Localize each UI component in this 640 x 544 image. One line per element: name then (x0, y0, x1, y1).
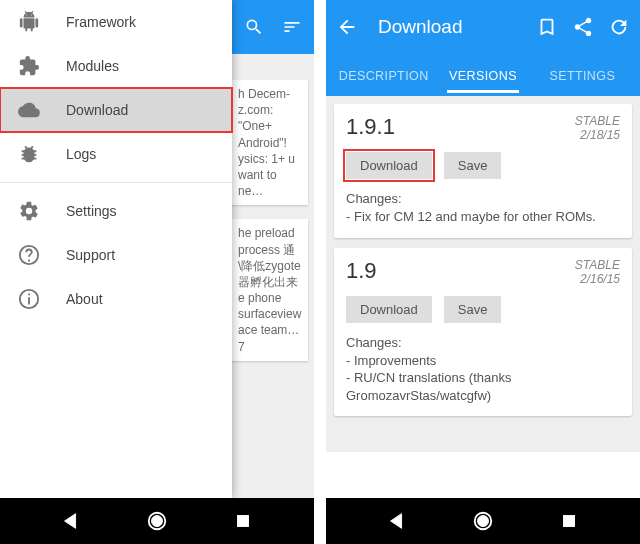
save-button[interactable]: Save (444, 296, 502, 323)
nav-recent-icon[interactable] (232, 510, 254, 532)
sidebar-item-support[interactable]: Support (0, 233, 232, 277)
back-arrow-icon[interactable] (336, 16, 358, 38)
android-icon (18, 11, 40, 33)
share-icon[interactable] (572, 16, 594, 38)
sidebar-item-framework[interactable]: Framework (0, 0, 232, 44)
sidebar-item-label: Logs (66, 146, 96, 162)
android-navbar (0, 498, 314, 544)
sort-icon[interactable] (282, 17, 302, 37)
bug-icon (18, 143, 40, 165)
release-date: 2/16/15 (575, 272, 620, 286)
version-card: 1.9 STABLE 2/16/15 Download Save Changes… (334, 248, 632, 417)
svg-rect-2 (238, 516, 249, 527)
cloud-icon (18, 99, 40, 121)
changes-heading: Changes: (346, 191, 620, 206)
sidebar-item-label: Framework (66, 14, 136, 30)
refresh-icon[interactable] (608, 16, 630, 38)
search-icon[interactable] (244, 17, 264, 37)
tab-description[interactable]: DESCRIPTION (334, 57, 433, 93)
puzzle-icon (18, 55, 40, 77)
version-card: 1.9.1 STABLE 2/18/15 Download Save Chang… (334, 104, 632, 238)
download-button[interactable]: Download (346, 152, 432, 179)
gear-icon (18, 200, 40, 222)
channel-label: STABLE (575, 114, 620, 128)
channel-label: STABLE (575, 258, 620, 272)
tab-settings[interactable]: SETTINGS (533, 57, 632, 93)
download-button[interactable]: Download (346, 296, 432, 323)
info-icon (18, 288, 40, 310)
tab-versions[interactable]: VERSIONS (433, 57, 532, 93)
svg-rect-5 (564, 516, 575, 527)
version-number: 1.9 (346, 258, 377, 284)
nav-home-icon[interactable] (472, 510, 494, 532)
nav-home-icon[interactable] (146, 510, 168, 532)
svg-point-0 (152, 516, 163, 527)
nav-back-icon[interactable] (60, 510, 82, 532)
nav-back-icon[interactable] (386, 510, 408, 532)
sidebar-item-label: Support (66, 247, 115, 263)
sidebar-item-settings[interactable]: Settings (0, 189, 232, 233)
changes-heading: Changes: (346, 335, 620, 350)
sidebar-item-logs[interactable]: Logs (0, 132, 232, 176)
sidebar-item-label: About (66, 291, 103, 307)
changes-text: - Fix for CM 12 and maybe for other ROMs… (346, 208, 620, 226)
page-title: Download (372, 16, 522, 38)
appbar: Download DESCRIPTION VERSIONS SETTINGS (326, 0, 640, 96)
sidebar-item-label: Modules (66, 58, 119, 74)
changes-text: - Improvements - RU/CN translations (tha… (346, 352, 620, 405)
background-content: h Decem- z.com: "One+ Android"! ysics: 1… (224, 0, 314, 498)
nav-recent-icon[interactable] (558, 510, 580, 532)
tab-bar: DESCRIPTION VERSIONS SETTINGS (326, 54, 640, 96)
versions-list: 1.9.1 STABLE 2/18/15 Download Save Chang… (326, 96, 640, 452)
help-icon (18, 244, 40, 266)
bookmark-icon[interactable] (536, 16, 558, 38)
android-navbar (326, 498, 640, 544)
sidebar-item-label: Settings (66, 203, 117, 219)
version-number: 1.9.1 (346, 114, 395, 140)
save-button[interactable]: Save (444, 152, 502, 179)
bg-card: h Decem- z.com: "One+ Android"! ysics: 1… (230, 80, 308, 205)
svg-point-3 (478, 516, 489, 527)
nav-drawer: Framework Modules Download (0, 0, 232, 498)
sidebar-item-label: Download (66, 102, 128, 118)
sidebar-item-about[interactable]: About (0, 277, 232, 321)
sidebar-item-download[interactable]: Download (0, 88, 232, 132)
bg-card: he preload process 通 \降低zygote 器孵化出来 e p… (230, 219, 308, 361)
sidebar-item-modules[interactable]: Modules (0, 44, 232, 88)
divider (0, 182, 232, 183)
release-date: 2/18/15 (575, 128, 620, 142)
